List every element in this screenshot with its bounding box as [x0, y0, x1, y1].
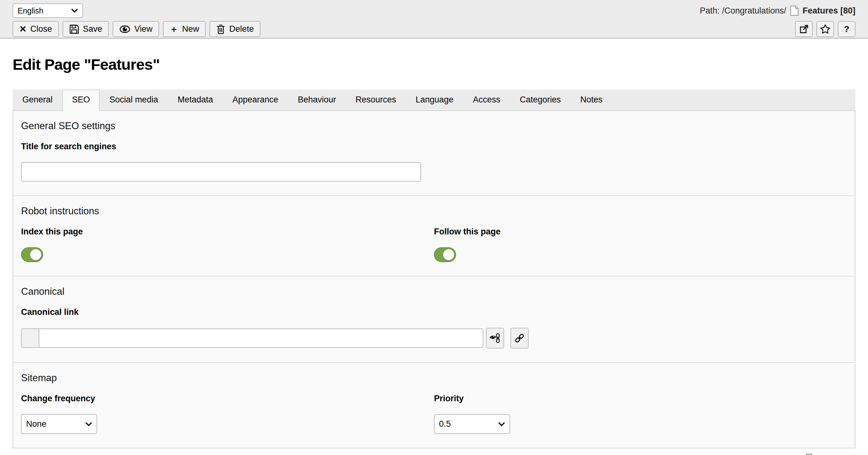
link-icon	[514, 333, 525, 344]
tab-notes[interactable]: Notes	[570, 90, 612, 110]
page-doc-icon	[790, 5, 799, 16]
link-browser-button[interactable]	[510, 328, 529, 349]
tab-social-media[interactable]: Social media	[100, 90, 168, 110]
delete-button[interactable]: Delete	[210, 21, 260, 37]
module-docheader: English Path: /Congratulations/ Features…	[0, 0, 868, 39]
title-for-search-engines-label: Title for search engines	[21, 142, 847, 152]
star-icon	[820, 24, 830, 34]
priority-select[interactable]: 0.5	[434, 414, 510, 434]
view-link-button[interactable]	[486, 328, 504, 349]
docheader-row-buttons: ✕ Close Save	[12, 21, 856, 37]
change-frequency-field: Change frequency None	[21, 394, 434, 434]
section-general-seo: General SEO settings Title for search en…	[13, 111, 855, 196]
seo-tab-panel: General SEO settings Title for search en…	[12, 110, 856, 448]
section-heading-canonical: Canonical	[21, 286, 847, 297]
eye-link-icon	[489, 332, 501, 344]
tab-bar: General SEO Social media Metadata Appear…	[12, 90, 856, 110]
follow-this-page-field: Follow this page	[434, 227, 847, 262]
chevron-down-icon	[85, 422, 92, 426]
new-button[interactable]: ＋ New	[163, 21, 206, 37]
close-icon: ✕	[19, 25, 26, 34]
close-button[interactable]: ✕ Close	[12, 21, 59, 37]
chevron-down-icon	[498, 422, 505, 426]
tab-appearance[interactable]: Appearance	[223, 90, 288, 110]
view-icon	[119, 25, 130, 34]
canonical-link-prefix-box	[21, 328, 39, 348]
docheader-button-bar: ✕ Close Save	[12, 21, 260, 37]
new-button-label: New	[182, 24, 199, 34]
external-link-icon	[799, 25, 809, 34]
save-button-label: Save	[83, 24, 102, 34]
change-frequency-value: None	[26, 419, 46, 429]
canonical-link-input-group	[21, 328, 847, 349]
change-frequency-label: Change frequency	[21, 394, 434, 403]
close-button-label: Close	[30, 24, 52, 34]
tab-metadata[interactable]: Metadata	[168, 90, 223, 110]
view-button-label: View	[134, 24, 153, 34]
language-select[interactable]: English	[12, 3, 83, 18]
delete-button-label: Delete	[229, 24, 254, 34]
open-in-new-window-button[interactable]	[795, 21, 813, 37]
priority-label: Priority	[434, 394, 847, 403]
help-icon: ?	[844, 24, 849, 34]
section-canonical: Canonical Canonical link	[13, 277, 855, 363]
record-uid: [80]	[841, 454, 856, 455]
breadcrumb-path: Path: /Congratulations/	[700, 6, 786, 16]
section-heading-general-seo: General SEO settings	[21, 120, 847, 132]
index-this-page-field: Index this page	[21, 227, 434, 262]
docheader-row-top: English Path: /Congratulations/ Features…	[12, 3, 856, 18]
tab-seo[interactable]: SEO	[62, 90, 100, 111]
canonical-link-label: Canonical link	[21, 307, 847, 317]
page-doc-icon	[806, 453, 814, 455]
record-type: Page	[818, 454, 838, 455]
priority-value: 0.5	[439, 419, 451, 429]
tab-general[interactable]: General	[12, 90, 62, 110]
page-title: Edit Page "Features"	[12, 56, 856, 73]
follow-this-page-label: Follow this page	[434, 227, 847, 237]
title-for-search-engines-input[interactable]	[21, 162, 421, 182]
section-heading-robot-instructions: Robot instructions	[21, 205, 847, 217]
canonical-link-input[interactable]	[39, 328, 484, 348]
tab-access[interactable]: Access	[463, 90, 510, 110]
save-button[interactable]: Save	[63, 21, 109, 37]
bookmark-button[interactable]	[816, 21, 834, 37]
docheader-meta-buttons: ?	[795, 21, 856, 37]
trash-icon	[216, 24, 225, 35]
language-select-value: English	[18, 6, 43, 15]
breadcrumb-record-title: Features [80]	[803, 6, 856, 16]
index-this-page-toggle[interactable]	[21, 247, 43, 262]
view-button[interactable]: View	[113, 21, 159, 37]
tab-resources[interactable]: Resources	[346, 90, 406, 110]
plus-icon: ＋	[169, 25, 178, 34]
change-frequency-select[interactable]: None	[21, 414, 97, 434]
save-icon	[69, 24, 79, 34]
tab-behaviour[interactable]: Behaviour	[288, 90, 346, 110]
section-heading-sitemap: Sitemap	[21, 372, 847, 384]
tab-language[interactable]: Language	[406, 90, 463, 110]
section-sitemap: Sitemap Change frequency None Priority 0…	[13, 363, 855, 448]
toggle-knob	[443, 249, 454, 260]
chevron-down-icon	[71, 8, 78, 13]
breadcrumb: Path: /Congratulations/ Features [80]	[700, 5, 856, 16]
sitemap-grid: Change frequency None Priority 0.5	[21, 394, 847, 434]
priority-field: Priority 0.5	[434, 394, 847, 434]
tab-categories[interactable]: Categories	[510, 90, 571, 110]
follow-this-page-toggle[interactable]	[434, 247, 456, 262]
toggle-knob	[30, 249, 41, 260]
help-button[interactable]: ?	[838, 21, 856, 37]
robot-instructions-grid: Index this page Follow this page	[21, 227, 847, 262]
record-info-footer: Page [80]	[12, 453, 856, 455]
section-robot-instructions: Robot instructions Index this page Follo…	[13, 196, 855, 277]
edit-page-screen: English Path: /Congratulations/ Features…	[0, 0, 868, 455]
index-this-page-label: Index this page	[21, 227, 434, 237]
